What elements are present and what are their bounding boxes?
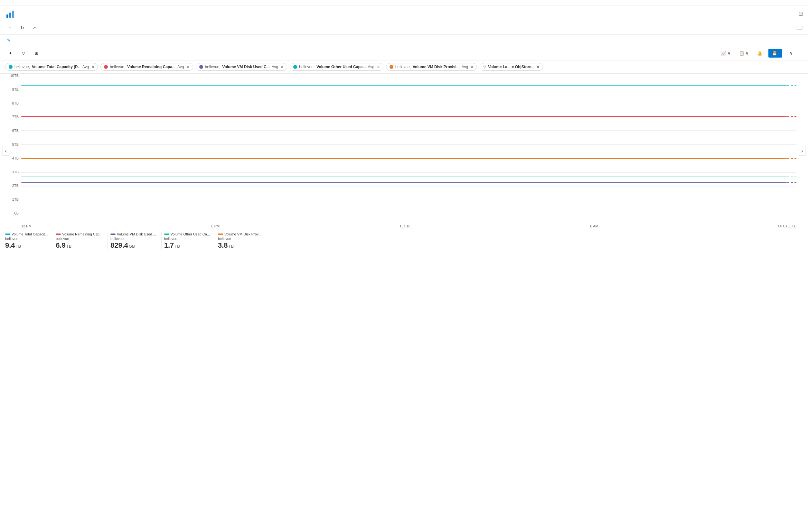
y-axis-label: 1TB: [12, 197, 19, 201]
metric-toolbar: ✦ ▽ ⊞ 📈 ∨ 📋 ∨ 🔔 💾: [0, 46, 808, 60]
legend-header: Volume Total Capacit...: [5, 232, 48, 236]
tag-name: Volume VM Disk Provisi...: [413, 65, 460, 69]
y-axis-label: 9TB: [12, 88, 19, 91]
x-axis-label: Tue 10: [400, 224, 410, 228]
tag-name: Volume VM Disk Used C...: [222, 65, 270, 69]
legend-color-bar: [218, 233, 223, 235]
legend-header: Volume Remaining Cap...: [56, 232, 103, 236]
chart-dashed-line: [787, 176, 796, 177]
save-icon: 💾: [772, 51, 777, 56]
time-range-button[interactable]: [796, 26, 803, 30]
y-axis: 10TB9TB8TB7TB6TB5TB4TB3TB2TB1TB0B: [5, 74, 21, 215]
add-metric-button[interactable]: ✦: [5, 49, 17, 58]
new-chart-button[interactable]: ＋: [5, 23, 16, 33]
tag-color-dot: [389, 65, 393, 69]
legend-header: Volume Other Used Ca...: [164, 232, 210, 236]
x-axis-label: 12 PM: [21, 224, 32, 228]
main-toolbar: ＋ ↻ ↗: [0, 21, 808, 35]
legend-label: Volume VM Disk Used ...: [117, 232, 156, 236]
chart-data-line: [21, 158, 787, 159]
chart-data-line: [21, 85, 787, 86]
save-dashboard-button[interactable]: 💾: [768, 49, 782, 58]
add-filter-button[interactable]: ▽: [18, 49, 30, 58]
tag-close-button[interactable]: ✕: [187, 65, 189, 69]
drill-icon: 📋: [739, 51, 744, 56]
share-button[interactable]: ↗: [30, 23, 41, 32]
chart-container: 10TB9TB8TB7TB6TB5TB4TB3TB2TB1TB0B 12 PM6…: [5, 74, 803, 228]
metric-toolbar-left: ✦ ▽ ⊞: [5, 49, 43, 58]
legend-color-bar: [5, 233, 10, 235]
legend-bar: Volume Total Capacit... bellevue 9.4TB V…: [0, 228, 808, 252]
line-chart-icon: 📈: [721, 51, 726, 56]
legend-color-bar: [110, 233, 115, 235]
grid-line: [21, 172, 796, 173]
metric-tag: bellevue, Volume VM Disk Provisi... Avg …: [386, 63, 477, 71]
tag-name: Volume Other Used Capa...: [316, 65, 366, 69]
filter-close-button[interactable]: ✕: [536, 65, 539, 69]
edit-icon[interactable]: ✎: [7, 38, 11, 43]
grid-line: [21, 201, 796, 201]
tag-suffix: Avg: [368, 65, 374, 69]
drill-logs-button[interactable]: 📋 ∨: [736, 49, 752, 58]
new-alert-button[interactable]: 🔔: [754, 49, 767, 58]
metric-tag: bellevue, Volume VM Disk Used C... Avg ✕: [196, 63, 288, 71]
chart-dashed-line: [787, 183, 796, 183]
tag-color-dot: [199, 65, 203, 69]
y-axis-label: 6TB: [12, 129, 19, 133]
legend-item: Volume VM Disk Used ... bellevue 829.4GB: [110, 232, 162, 250]
filter-label: Volume La... = ObjStore...: [488, 65, 534, 69]
chevron-down-icon: ∨: [790, 51, 793, 56]
legend-value: 829.4GB: [110, 241, 156, 250]
grid-line: [21, 74, 796, 74]
legend-label: Volume Remaining Cap...: [62, 232, 103, 236]
svg-rect-2: [12, 11, 14, 18]
metric-tag: bellevue, Volume Remaining Capa... Avg ✕: [100, 63, 193, 71]
close-button[interactable]: [799, 12, 803, 16]
chart-nav-right[interactable]: ›: [799, 146, 805, 156]
chart-data-line: [21, 116, 787, 117]
legend-label: Volume Total Capacit...: [12, 232, 48, 236]
legend-value: 3.8TB: [218, 241, 262, 250]
legend-item: Volume Other Used Ca... bellevue 1.7TB: [164, 232, 215, 250]
grid-line: [21, 187, 796, 187]
x-axis-label: UTC+08:00: [778, 224, 796, 228]
chart-wrapper: ‹ › 10TB9TB8TB7TB6TB5TB4TB3TB2TB1TB0B 12…: [5, 74, 803, 228]
expand-button[interactable]: ∨: [786, 49, 796, 58]
more-options-button[interactable]: [798, 52, 803, 55]
legend-value: 1.7TB: [164, 241, 210, 250]
legend-item: Volume VM Disk Provi... bellevue 3.8TB: [218, 232, 268, 250]
filter-icon: ▽: [22, 51, 25, 56]
filter-tag: ▽ Volume La... = ObjStore... ✕: [480, 63, 543, 71]
legend-unit: GB: [129, 244, 135, 249]
chart-dashed-line: [787, 85, 796, 86]
legend-item: Volume Total Capacit... bellevue 9.4TB: [5, 232, 53, 250]
tag-close-button[interactable]: ✕: [471, 65, 474, 69]
plus-icon: ＋: [8, 25, 12, 31]
line-chart-button[interactable]: 📈 ∨: [718, 49, 734, 58]
legend-label: Volume VM Disk Provi...: [224, 232, 262, 236]
tag-name: Volume Remaining Capa...: [127, 65, 176, 69]
tag-close-button[interactable]: ✕: [91, 65, 94, 69]
y-axis-label: 4TB: [12, 156, 19, 160]
x-axis-label: 6 PM: [212, 224, 220, 228]
apply-splitting-button[interactable]: ⊞: [31, 49, 43, 58]
tag-prefix: bellevue,: [395, 65, 411, 69]
refresh-button[interactable]: ↻: [18, 23, 28, 32]
metric-toolbar-right: 📈 ∨ 📋 ∨ 🔔 💾 ∨: [718, 49, 803, 58]
y-axis-label: 5TB: [12, 142, 19, 146]
legend-sub: bellevue: [218, 237, 262, 241]
toolbar-divider: [784, 50, 784, 57]
legend-sub: bellevue: [5, 237, 48, 241]
legend-unit: TB: [175, 244, 180, 249]
tag-close-button[interactable]: ✕: [377, 65, 380, 69]
tag-close-button[interactable]: ✕: [281, 65, 283, 69]
y-axis-label: 8TB: [12, 101, 19, 105]
tag-suffix: Avg: [177, 65, 184, 69]
chart-nav-left[interactable]: ‹: [3, 146, 9, 156]
legend-sub: bellevue: [56, 237, 103, 241]
grid-line: [21, 145, 796, 145]
chart-dashed-line: [787, 116, 796, 117]
chevron-down-icon: ∨: [728, 51, 731, 56]
chart-plot: [21, 74, 796, 215]
tag-color-dot: [104, 65, 108, 69]
